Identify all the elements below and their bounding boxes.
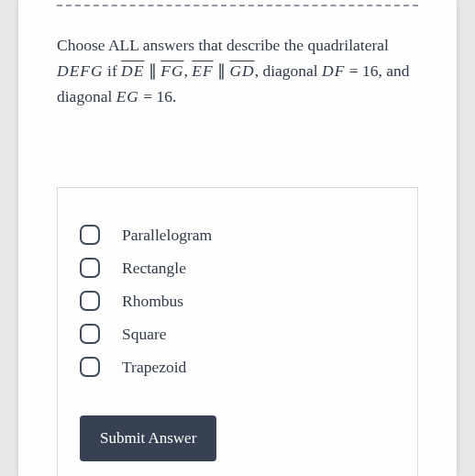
question-if: if [104, 61, 121, 80]
submit-button[interactable]: Submit Answer [80, 415, 216, 461]
checkbox-square[interactable] [80, 324, 100, 344]
section-divider [57, 5, 418, 6]
option-row: Trapezoid [76, 357, 399, 377]
diag2-value: 16 [157, 87, 173, 105]
checkbox-rectangle[interactable] [80, 258, 100, 278]
eq-2: = [139, 87, 157, 105]
comma-1: , [184, 61, 193, 80]
option-row: Rhombus [76, 291, 399, 311]
math-segment-de: DE [121, 61, 144, 80]
option-label: Rectangle [122, 259, 186, 278]
diag1-value: 16 [362, 61, 379, 80]
math-quad-name: DEFG [57, 61, 104, 80]
checkbox-trapezoid[interactable] [80, 357, 100, 377]
option-row: Square [76, 324, 399, 344]
option-label: Parallelogram [122, 226, 212, 245]
option-label: Trapezoid [122, 358, 186, 377]
option-row: Parallelogram [76, 225, 399, 245]
period: . [172, 87, 176, 105]
diag1-lead: , diagonal [255, 61, 322, 80]
option-label: Rhombus [122, 292, 183, 311]
math-parallel-1: ∥ [144, 61, 160, 80]
math-diag-eg: EG [116, 87, 139, 105]
question-prompt: Choose ALL answers that describe the qua… [37, 32, 438, 109]
option-row: Rectangle [76, 258, 399, 278]
checkbox-rhombus[interactable] [80, 291, 100, 311]
option-label: Square [122, 325, 167, 344]
question-lead: Choose ALL answers that describe the qua… [57, 36, 389, 54]
math-segment-fg: FG [160, 61, 183, 80]
math-diag-df: DF [322, 61, 345, 80]
math-segment-gd: GD [229, 61, 254, 80]
page-container: Choose ALL answers that describe the qua… [18, 0, 457, 476]
eq-1: = [345, 61, 362, 80]
checkbox-parallelogram[interactable] [80, 225, 100, 245]
answer-box: Parallelogram Rectangle Rhombus Square T… [57, 187, 418, 476]
math-parallel-2: ∥ [214, 61, 230, 80]
math-segment-ef: EF [192, 61, 213, 80]
